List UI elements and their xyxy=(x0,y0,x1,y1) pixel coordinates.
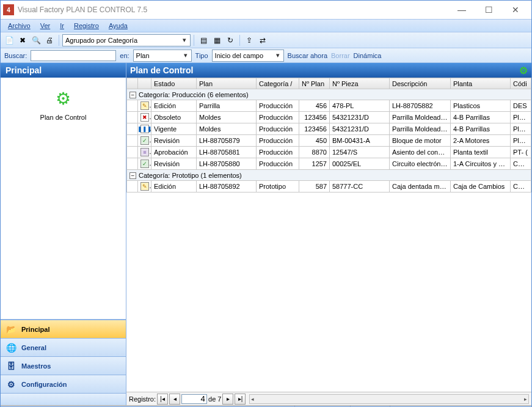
menu-ayuda[interactable]: Ayuda xyxy=(104,21,133,31)
grid-header-row: Estado Plan Categoría / Nº Plan Nº Pieza… xyxy=(127,78,531,89)
cell: 00025/EL xyxy=(330,158,390,170)
data-grid: Estado Plan Categoría / Nº Plan Nº Pieza… xyxy=(126,78,531,193)
menu-ir[interactable]: Ir xyxy=(55,21,69,31)
cell: Edición xyxy=(151,100,197,112)
col-header-categoria[interactable]: Categoría / xyxy=(257,78,299,89)
col-header-descripcion[interactable]: Descripción xyxy=(390,78,451,89)
collapse-icon[interactable]: − xyxy=(129,92,136,98)
cell: 8870 xyxy=(299,147,330,158)
cell: 1257 xyxy=(299,158,330,170)
cell: Planta textil xyxy=(451,147,511,158)
search-bar: Buscar: en: Plan▾ Tipo Inicio del campo▾… xyxy=(1,48,531,63)
cell: PT- ( xyxy=(511,147,531,158)
cell: 1-A Circuitos y co... xyxy=(451,158,511,170)
col-header[interactable] xyxy=(138,78,151,89)
col-header-npieza[interactable]: Nº Pieza xyxy=(330,78,390,89)
cell: ✓ xyxy=(138,158,151,170)
search-field-combo[interactable]: Plan▾ xyxy=(133,50,192,62)
search-field-value: Plan xyxy=(136,52,150,59)
status-icon: ≡ xyxy=(140,148,149,156)
table-row[interactable]: ❚❚❚VigenteMoldesProducción12345654321231… xyxy=(127,123,531,135)
cell: Circuito electrónico xyxy=(390,158,451,170)
toolbar-separator xyxy=(194,35,194,46)
cell: Edición xyxy=(151,181,197,193)
cell: Producción xyxy=(257,147,299,158)
view-form-icon[interactable]: ▦ xyxy=(211,34,223,46)
horizontal-scrollbar[interactable]: ◂▸ xyxy=(249,394,529,404)
print-icon[interactable]: 🖨 xyxy=(43,34,56,46)
col-header-plan[interactable]: Plan xyxy=(197,78,257,89)
cell xyxy=(127,158,138,170)
chevron-down-icon: ▾ xyxy=(181,51,190,59)
gear-icon[interactable]: ⚙ xyxy=(56,89,71,109)
nav-section-maestros[interactable]: 🗄 Maestros xyxy=(1,356,126,375)
cell: Bloque de motor xyxy=(390,135,451,147)
menu-ver[interactable]: Ver xyxy=(35,21,56,31)
table-row[interactable]: ✓RevisiónLH-88705879Producción450BM-0043… xyxy=(127,135,531,147)
record-current-input[interactable] xyxy=(181,394,207,404)
menu-bar: Archivo Ver Ir Registro Ayuda xyxy=(1,19,531,32)
cell: ✎ xyxy=(138,181,151,193)
sidebar: Principal ⚙ Plan de Control 📂 Principal … xyxy=(1,63,126,405)
delete-icon[interactable]: ✖ xyxy=(16,34,29,46)
title-bar: 4 Visual Factory PLAN DE CONTROL 7.5 — ☐… xyxy=(1,1,531,19)
nav-section-principal[interactable]: 📂 Principal xyxy=(1,320,126,338)
cell: ❚❚❚ xyxy=(138,123,151,135)
table-row[interactable]: ≡AprobaciónLH-88705881Producción88701254… xyxy=(127,147,531,158)
link-icon[interactable]: ⇄ xyxy=(257,34,269,46)
cell: 12547/S xyxy=(330,147,390,158)
refresh-icon[interactable]: ↻ xyxy=(224,34,236,46)
col-header-nplan[interactable]: Nº Plan xyxy=(299,78,330,89)
record-of-label: de 7 xyxy=(208,395,221,403)
export-icon[interactable]: ⇪ xyxy=(243,34,255,46)
cell: 2-A Motores xyxy=(451,135,511,147)
gear-icon[interactable]: ⚙ xyxy=(519,65,528,76)
close-button[interactable]: ✕ xyxy=(502,1,529,18)
table-row[interactable]: ✎EdiciónParrillaProducción456478-PLLH-88… xyxy=(127,100,531,112)
search-clear-link[interactable]: Borrar xyxy=(331,52,350,59)
cell: Prototipo xyxy=(257,181,299,193)
search-dynamic-link[interactable]: Dinámica xyxy=(354,52,382,59)
cell: Plasticos xyxy=(451,100,511,112)
nav-section-label: General xyxy=(21,344,46,351)
search-input[interactable] xyxy=(31,50,116,61)
nav-next-button[interactable]: ▸ xyxy=(222,394,233,405)
nav-prev-button[interactable]: ◂ xyxy=(169,394,180,405)
nav-last-button[interactable]: ▸| xyxy=(235,394,246,405)
grid-title: Plan de Control xyxy=(130,65,193,75)
content-area: Principal ⚙ Plan de Control 📂 Principal … xyxy=(1,63,531,405)
col-header-planta[interactable]: Planta xyxy=(451,78,511,89)
cell: Plant xyxy=(511,123,531,135)
col-header-estado[interactable]: Estado xyxy=(151,78,197,89)
search-icon[interactable]: 🔍 xyxy=(30,34,42,46)
table-row[interactable]: ✓RevisiónLH-88705880Producción125700025/… xyxy=(127,158,531,170)
maximize-button[interactable]: ☐ xyxy=(475,1,502,18)
new-icon[interactable]: 📄 xyxy=(3,34,15,46)
nav-section-label: Maestros xyxy=(21,362,51,370)
group-row[interactable]: −Categoría: Producción (6 elementos) xyxy=(127,89,531,100)
globe-icon: 🌐 xyxy=(5,343,16,353)
cell: Aprobación xyxy=(151,147,197,158)
table-row[interactable]: ✎EdiciónLH-88705892Prototipo58758777-CCC… xyxy=(127,181,531,193)
nav-first-button[interactable]: |◂ xyxy=(157,394,168,405)
minimize-button[interactable]: — xyxy=(448,1,475,18)
cell: Producción xyxy=(257,135,299,147)
sidebar-body-label[interactable]: Plan de Control xyxy=(40,114,87,121)
grid-body: Estado Plan Categoría / Nº Plan Nº Pieza… xyxy=(126,78,531,392)
cell: Caja de Cambios xyxy=(451,181,511,193)
col-header-codigo[interactable]: Códi xyxy=(511,78,531,89)
search-now-link[interactable]: Buscar ahora xyxy=(288,52,327,59)
collapse-icon[interactable]: − xyxy=(129,172,136,179)
cell: 587 xyxy=(299,181,330,193)
col-header[interactable] xyxy=(127,78,138,89)
table-row[interactable]: ✖ObsoletoMoldesProducción12345654321231/… xyxy=(127,112,531,123)
nav-section-general[interactable]: 🌐 General xyxy=(1,338,126,356)
group-by-combo[interactable]: Agrupado por Categoría ▾ xyxy=(62,34,191,46)
menu-registro[interactable]: Registro xyxy=(69,21,104,31)
nav-section-configuracion[interactable]: ⚙ Configuración xyxy=(1,375,126,393)
cell: Parrilla xyxy=(197,100,257,112)
menu-archivo[interactable]: Archivo xyxy=(3,21,35,31)
group-row[interactable]: −Categoría: Prototipo (1 elementos) xyxy=(127,170,531,181)
search-type-combo[interactable]: Inicio del campo▾ xyxy=(212,50,284,62)
view-list-icon[interactable]: ▤ xyxy=(197,34,210,46)
